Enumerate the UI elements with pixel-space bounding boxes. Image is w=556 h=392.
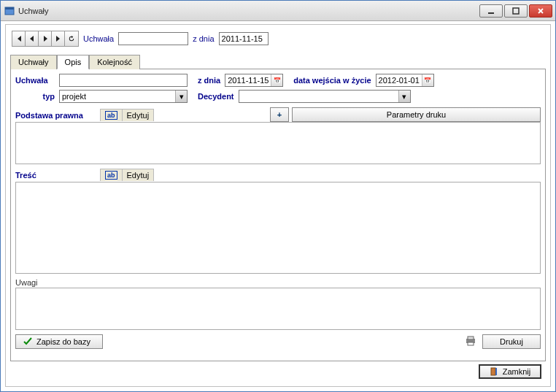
uwagi-header: Uwagi [15, 278, 541, 288]
nav-first-button[interactable] [12, 31, 26, 46]
minimize-button[interactable] [479, 4, 503, 18]
uchwala-label: Uchwała [15, 76, 55, 85]
nav-uchwala-label: Uchwała [83, 34, 114, 43]
dropdown-icon[interactable]: ▾ [398, 91, 410, 102]
zdnia-date[interactable]: 📅 [225, 74, 283, 87]
tresc-textarea[interactable] [15, 182, 541, 274]
typ-label: typ [15, 92, 55, 101]
zapisz-button[interactable]: Zapisz do bazy [15, 334, 103, 349]
edytuj-button[interactable]: Edytuj [123, 169, 154, 181]
door-icon [490, 367, 498, 376]
uwagi-textarea[interactable] [15, 288, 541, 330]
nav-last-button[interactable] [52, 31, 65, 46]
nav-zdnia-label: z dnia [193, 34, 214, 43]
tab-body: Uchwała z dnia 📅 data wejścia w życie 📅 [10, 69, 546, 361]
titlebar: Uchwały [1, 1, 555, 21]
decydent-combo[interactable]: ▾ [239, 90, 411, 103]
close-button[interactable] [529, 4, 552, 18]
zdnia-date-input[interactable] [225, 76, 271, 85]
app-icon [4, 5, 15, 17]
edytuj-button[interactable]: Edytuj [123, 109, 154, 121]
navigator-row: Uchwała z dnia [10, 28, 546, 53]
typ-combo[interactable]: ▾ [59, 90, 188, 103]
svg-rect-8 [468, 342, 474, 345]
podstawa-textarea[interactable] [15, 122, 541, 164]
nav-prev-button[interactable] [26, 31, 39, 46]
decydent-label: Decydent [198, 92, 234, 101]
tab-uchwaly[interactable]: Uchwały [10, 55, 57, 69]
tab-opis[interactable]: Opis [57, 55, 90, 69]
decydent-combo-input[interactable] [239, 91, 398, 102]
drukuj-button[interactable]: Drukuj [482, 334, 541, 349]
check-icon [23, 337, 32, 346]
tab-strip: Uchwały Opis Kolejność [10, 54, 546, 69]
tresc-header: Treść ab Edytuj [15, 169, 541, 182]
podstawa-header: Podstawa prawna ab Edytuj [15, 109, 541, 122]
form-row-1: Uchwała z dnia 📅 data wejścia w życie 📅 [15, 74, 541, 87]
content-area: Uchwała z dnia Uchwały Opis Kolejność Uc… [1, 21, 555, 391]
rich-text-icon-button[interactable]: ab [101, 109, 123, 121]
svg-rect-3 [513, 8, 519, 14]
rich-text-icon-button[interactable]: ab [101, 169, 123, 181]
uchwala-input[interactable] [59, 74, 188, 87]
zamknij-button[interactable]: Zamknij [479, 364, 541, 379]
svg-rect-7 [468, 337, 474, 339]
window-buttons [479, 4, 552, 18]
data-wejscia-label: data wejścia w życie [293, 76, 371, 85]
svg-rect-2 [488, 12, 494, 14]
typ-combo-input[interactable] [60, 91, 175, 102]
svg-rect-9 [491, 368, 495, 375]
podstawa-toolbar: ab Edytuj [100, 109, 154, 121]
svg-rect-1 [5, 7, 14, 9]
tresc-label: Treść [15, 171, 96, 180]
svg-rect-10 [495, 368, 497, 375]
nav-uchwala-input[interactable] [118, 32, 188, 45]
zapisz-label: Zapisz do bazy [36, 337, 90, 346]
data-wejscia-date[interactable]: 📅 [376, 74, 434, 87]
bottom-button-row: Zapisz do bazy Drukuj [15, 334, 541, 349]
zdnia-label: z dnia [198, 76, 220, 85]
dropdown-icon[interactable]: ▾ [175, 91, 187, 102]
record-navigator [12, 31, 79, 47]
nav-next-button[interactable] [39, 31, 52, 46]
zamknij-label: Zamknij [503, 367, 531, 376]
main-window: Uchwały Uchwała z dnia [0, 0, 556, 392]
uwagi-label: Uwagi [15, 278, 38, 287]
printer-icon [465, 336, 476, 347]
data-wejscia-input[interactable] [377, 76, 422, 85]
nav-refresh-button[interactable] [65, 31, 78, 46]
form-row-2: typ ▾ Decydent ▾ [15, 90, 541, 103]
window-title: Uchwały [18, 7, 479, 15]
calendar-icon[interactable]: 📅 [271, 74, 282, 86]
calendar-icon[interactable]: 📅 [422, 74, 433, 86]
footer-row: Zamknij [10, 361, 546, 382]
nav-zdnia-input[interactable] [219, 32, 269, 45]
outer-frame: Uchwała z dnia Uchwały Opis Kolejność Uc… [5, 24, 551, 387]
tab-kolejnosc[interactable]: Kolejność [89, 55, 140, 69]
tresc-toolbar: ab Edytuj [100, 169, 154, 181]
podstawa-label: Podstawa prawna [15, 111, 96, 120]
maximize-button[interactable] [504, 4, 528, 18]
